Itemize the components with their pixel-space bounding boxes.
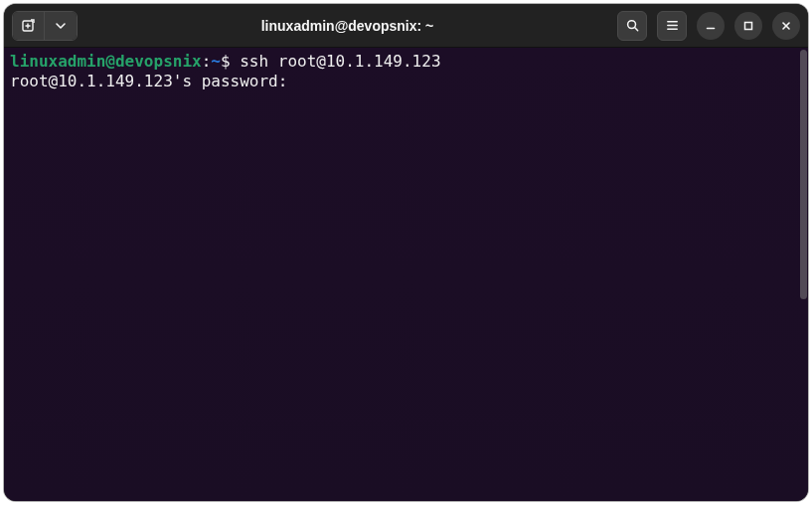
minimize-button[interactable]: [697, 12, 725, 40]
terminal-window: linuxadmin@devopsnix: ~: [4, 4, 808, 501]
titlebar: linuxadmin@devopsnix: ~: [4, 4, 808, 48]
command-text: ssh root@10.1.149.123: [240, 52, 440, 71]
hamburger-icon: [665, 18, 680, 33]
search-icon: [625, 18, 640, 33]
svg-line-4: [634, 28, 637, 31]
prompt-user-host: linuxadmin@devopsnix: [10, 52, 202, 71]
new-tab-dropdown[interactable]: [45, 12, 77, 40]
svg-rect-9: [745, 22, 752, 29]
prompt-symbol: $: [221, 52, 231, 71]
maximize-icon: [742, 20, 754, 32]
prompt-path: ~: [211, 52, 221, 71]
close-icon: [780, 20, 792, 32]
new-tab-button[interactable]: [13, 12, 45, 40]
prompt-line: linuxadmin@devopsnix:~$ ssh root@10.1.14…: [10, 52, 802, 72]
window-right-controls: [617, 11, 800, 41]
window-title: linuxadmin@devopsnix: ~: [83, 18, 611, 34]
maximize-button[interactable]: [734, 12, 762, 40]
output-line: root@10.1.149.123's password:: [10, 72, 802, 91]
new-tab-group: [12, 11, 78, 41]
new-tab-icon: [21, 18, 37, 34]
command-space: [231, 52, 241, 71]
search-button[interactable]: [617, 11, 647, 41]
scrollbar-thumb[interactable]: [800, 50, 807, 299]
menu-button[interactable]: [657, 11, 687, 41]
close-button[interactable]: [772, 12, 800, 40]
chevron-down-icon: [55, 20, 67, 32]
prompt-separator: :: [202, 52, 212, 71]
terminal-body[interactable]: linuxadmin@devopsnix:~$ ssh root@10.1.14…: [4, 48, 808, 501]
minimize-icon: [705, 20, 717, 32]
